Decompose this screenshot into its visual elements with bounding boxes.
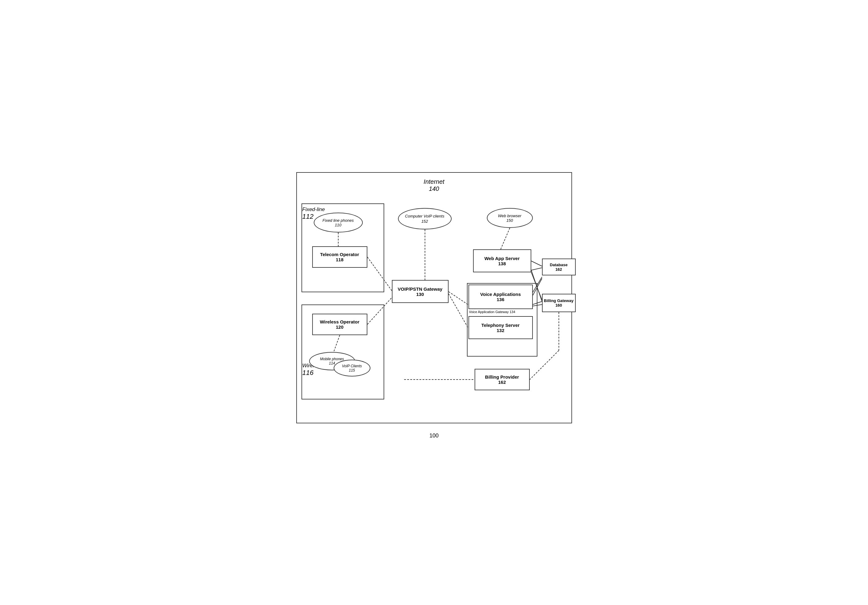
billing-gateway-box: Billing Gateway 160 xyxy=(542,294,576,312)
voip-pstn-gateway-box: VOIP/PSTN Gateway 130 xyxy=(392,280,448,303)
svg-line-7 xyxy=(501,228,510,249)
database-box: Database 162 xyxy=(542,258,576,275)
web-app-server-box: Web App Server 138 xyxy=(473,249,531,272)
voice-applications-box: Voice Applications 136 xyxy=(468,285,533,309)
telephony-server-box: Telephony Server 132 xyxy=(468,316,533,339)
svg-line-5 xyxy=(448,292,468,305)
web-browser-ellipse: Web browser 150 xyxy=(487,208,533,228)
svg-line-8 xyxy=(531,261,542,266)
svg-line-6 xyxy=(448,294,468,328)
page-number: 100 xyxy=(429,433,439,439)
svg-line-9 xyxy=(531,268,542,270)
voice-app-gateway-label: Voice Application Gateway 134 xyxy=(469,310,515,314)
billing-provider-box: Billing Provider 162 xyxy=(474,369,530,390)
computer-voip-ellipse: Computer VoIP clients 152 xyxy=(398,208,452,229)
internet-label: Internet 140 xyxy=(424,178,445,192)
fixed-line-phones-ellipse: Fixed line phones 110 xyxy=(314,213,363,232)
wireless-operator-box: Wireless Operator 120 xyxy=(312,314,367,335)
voip-clients-ellipse: VoIP Clients 115 xyxy=(334,360,370,376)
telecom-operator-box: Telecom Operator 118 xyxy=(312,246,367,268)
main-diagram: Internet 140 Fixed-line 112 Wireless 116… xyxy=(296,172,572,423)
